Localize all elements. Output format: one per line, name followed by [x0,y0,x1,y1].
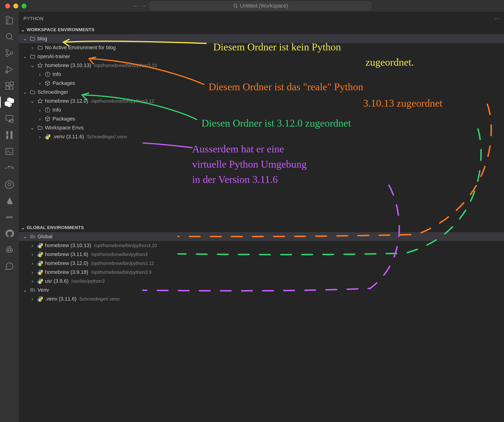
sidebar-header: PYTHON ⋯ [19,12,504,25]
env-path: /opt/homebrew/bin/python3.10 [94,243,157,248]
folder-schroedinger[interactable]: ⌄ Schroedinger [19,88,504,97]
section-label: WORKSPACE ENVIRONMENTS [27,27,94,32]
section-workspace-environments[interactable]: ⌄ WORKSPACE ENVIRONMENTS [19,25,504,34]
svg-marker-19 [5,180,14,188]
env-label: .venv (3.11.6) [45,296,77,302]
env-path: /opt/homebrew/bin/python3.12 [91,261,154,266]
maximize-window-button[interactable] [22,4,26,8]
activity-docker[interactable] [4,163,15,173]
svg-line-1 [236,7,237,8]
python-icon [37,242,43,249]
info-icon [44,107,51,113]
venv-env[interactable]: › .venv (3.11.6) Schroedinger/.venv [19,294,504,303]
activity-copilot[interactable] [4,245,15,255]
activity-search[interactable] [4,31,15,42]
env-label: homebrew (3.12.0) [45,260,88,266]
folder-icon [37,125,43,131]
svg-point-20 [8,183,11,186]
no-env-blog[interactable]: › No Active Environment for blog [19,43,504,52]
svg-point-32 [47,109,48,109]
activity-aws[interactable]: aws [4,212,15,222]
svg-point-5 [6,54,8,56]
activity-kubernetes[interactable] [4,179,15,190]
python-env-sidebar: PYTHON ⋯ ⌄ WORKSPACE ENVIRONMENTS ⌄ blog [19,12,504,422]
close-window-button[interactable] [5,4,10,8]
env-info[interactable]: › Info [19,105,504,114]
activity-extensions[interactable] [4,81,15,91]
global-env[interactable]: › homebrew (3.12.0) /opt/homebrew/bin/py… [19,259,504,268]
env-path: /opt/homebrew/bin/python3.10 [94,63,157,68]
svg-rect-21 [6,248,13,252]
svg-point-23 [10,250,11,251]
workspace-envs-group[interactable]: ⌄ Workspace Envs [19,123,504,132]
activity-explorer[interactable] [4,15,15,25]
activity-terminal[interactable] [4,146,15,157]
activity-copilot-chat[interactable] [4,261,15,271]
env-homebrew-3120[interactable]: ⌄ homebrew (3.12.0) /opt/homebrew/bin/py… [19,97,504,105]
env-path: /opt/homebrew/bin/python3.12 [91,98,154,104]
folder-blog[interactable]: ⌄ blog [19,34,504,43]
svg-line-37 [34,235,35,239]
svg-point-4 [6,49,8,52]
folder-icon [30,54,36,60]
env-info[interactable]: › Info [19,70,504,79]
env-label: homebrew (3.10.13) [45,62,91,68]
search-placeholder: Untitled (Workspace) [240,3,288,9]
svg-line-3 [11,38,13,40]
activity-hashicorp[interactable] [4,130,15,140]
env-homebrew-31013[interactable]: ⌄ homebrew (3.10.13) /opt/homebrew/bin/p… [19,61,504,70]
star-icon [37,98,43,104]
search-icon [233,3,238,8]
activity-run-debug[interactable] [4,64,15,74]
library-icon [30,233,36,240]
global-env[interactable]: › homebrew (3.10.13) /opt/homebrew/bin/p… [19,241,504,250]
env-packages[interactable]: › Packages [19,114,504,123]
global-env[interactable]: › homebrew (3.9.18) /opt/homebrew/bin/py… [19,268,504,277]
command-center-search[interactable]: Untitled (Workspace) [150,1,372,10]
activity-github[interactable] [4,228,15,239]
package-icon [44,116,51,122]
activity-python[interactable] [4,97,15,107]
minimize-window-button[interactable] [13,4,18,8]
svg-rect-12 [10,82,13,85]
info-icon [44,71,51,77]
venv-label: .venv (3.11.6) [53,134,84,140]
traffic-lights [0,4,26,8]
python-icon [37,278,43,284]
activity-remote[interactable] [4,113,15,124]
env-path: /opt/homebrew/bin/python3 [91,252,148,257]
folder-openai-trainer[interactable]: ⌄ openAI-trainer [19,52,504,61]
env-packages[interactable]: › Packages [19,79,504,88]
package-icon [44,80,51,86]
svg-point-27 [47,73,48,73]
svg-rect-10 [6,86,9,89]
env-label: homebrew (3.12.0) [45,98,88,104]
env-label: homebrew (3.9.18) [45,269,88,275]
activity-azure[interactable] [4,196,15,206]
python-icon [37,251,43,257]
global-env[interactable]: › usr (3.9.6) /usr/bin/python3 [19,277,504,286]
global-env[interactable]: › homebrew (3.11.6) /opt/homebrew/bin/py… [19,250,504,259]
env-path: Schroedinger/.venv [79,296,120,302]
env-label: homebrew (3.10.13) [45,242,91,249]
section-global-environments[interactable]: ⌄ GLOBAL ENVIRONMENTS [19,223,504,232]
folder-icon [30,89,36,95]
sidebar-more-icon[interactable]: ⋯ [495,16,499,21]
group-label: Global [37,233,53,240]
svg-marker-29 [38,99,42,103]
activity-source-control[interactable] [4,48,15,58]
folder-label: blog [37,36,47,42]
svg-point-22 [8,250,9,251]
nav-back-icon[interactable]: ← [133,3,138,9]
env-path: /opt/homebrew/bin/python3.9 [91,270,152,275]
nav-forward-icon[interactable]: → [141,3,147,9]
venv-3116[interactable]: › .venv (3.11.6) Schroedinger/.venv [19,132,504,141]
env-label: usr (3.9.6) [45,278,68,284]
svg-rect-11 [10,86,13,89]
folder-label: openAI-trainer [37,54,70,60]
venv-path: Schroedinger/.venv [87,134,127,140]
group-venv[interactable]: ⌄ Venv [19,286,504,294]
group-global[interactable]: ⌄ Global [19,232,504,241]
svg-rect-9 [6,82,9,85]
group-label: Venv [37,287,49,293]
